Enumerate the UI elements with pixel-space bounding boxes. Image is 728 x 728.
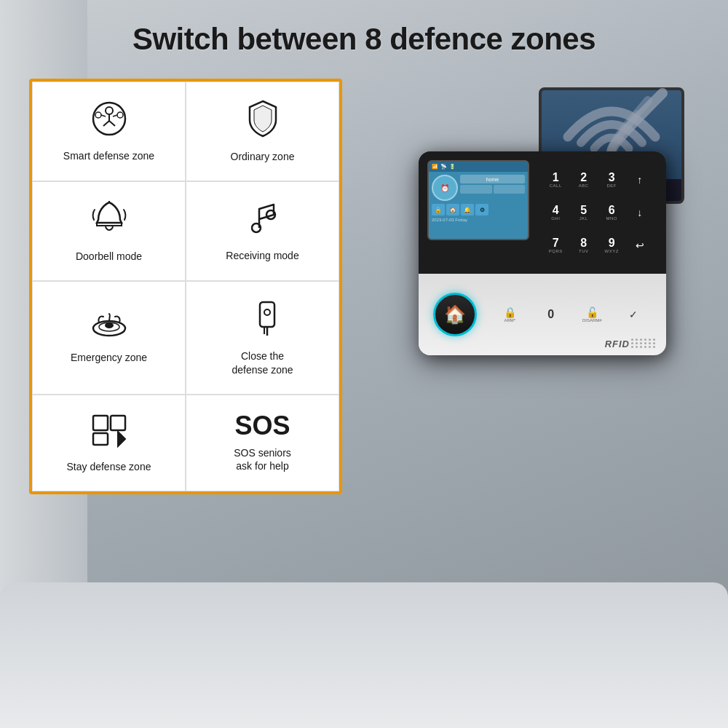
svg-rect-21 bbox=[93, 433, 108, 445]
device-keypad: 1 CALL 2 ABC 3 DEF bbox=[544, 160, 657, 265]
zone-label-close-defense: Close thedefense zone bbox=[232, 349, 293, 376]
key-icon bbox=[248, 299, 277, 342]
zone-label-smart-defense: Smart defense zone bbox=[63, 149, 154, 162]
key-2[interactable]: 2 ABC bbox=[572, 166, 596, 194]
svg-rect-20 bbox=[111, 416, 125, 430]
zone-item-smart-defense: Smart defense zone bbox=[32, 82, 186, 181]
home-button[interactable]: 🏠 bbox=[433, 293, 477, 336]
zone-grid: Smart defense zone Ordinary zone bbox=[32, 82, 339, 491]
lcd-status-bar: 📶📡🔋 bbox=[429, 162, 528, 172]
key-1[interactable]: 1 CALL bbox=[544, 166, 568, 194]
key-up[interactable]: ↑ bbox=[628, 166, 652, 194]
key-7[interactable]: 7 PQRS bbox=[544, 231, 568, 259]
music-note-icon bbox=[248, 200, 278, 242]
key-4[interactable]: 4 GHI bbox=[544, 199, 568, 227]
main-container: Switch between 8 defence zones bbox=[0, 0, 728, 728]
svg-point-1 bbox=[106, 107, 113, 114]
svg-line-3 bbox=[103, 121, 109, 126]
key-3[interactable]: 3 DEF bbox=[600, 166, 624, 194]
key-8[interactable]: 8 TUV bbox=[572, 231, 596, 259]
alarm-device: 📶📡🔋 ⏰ home bbox=[419, 151, 666, 355]
zone-label-receiving: Receiving mode bbox=[226, 249, 298, 262]
bell-icon bbox=[91, 199, 127, 242]
device-body: 📶📡🔋 ⏰ home bbox=[419, 151, 666, 355]
zone-item-close-defense: Close thedefense zone bbox=[186, 281, 339, 394]
svg-line-7 bbox=[101, 115, 106, 116]
key-6[interactable]: 6 MNO bbox=[600, 199, 624, 227]
page-title: Switch between 8 defence zones bbox=[132, 22, 596, 57]
rfid-label: RFID bbox=[605, 339, 630, 349]
speaker bbox=[631, 339, 656, 348]
zone-item-ordinary: Ordinary zone bbox=[186, 82, 339, 181]
key-arm[interactable]: 🔒 ARM* bbox=[491, 306, 529, 323]
device-top-section: 📶📡🔋 ⏰ home bbox=[419, 151, 666, 274]
wifi-signal bbox=[553, 79, 655, 159]
device-keypad-bottom: 🔒 ARM* 0 🔓 DISARM# ✓ bbox=[491, 306, 652, 323]
svg-line-4 bbox=[109, 121, 115, 126]
key-back[interactable]: ↩ bbox=[628, 231, 652, 259]
squares-icon bbox=[90, 413, 128, 453]
svg-point-14 bbox=[105, 323, 114, 328]
svg-rect-19 bbox=[93, 416, 108, 430]
shield-icon bbox=[245, 100, 280, 143]
key-disarm[interactable]: 🔓 DISARM# bbox=[574, 306, 611, 323]
zone-label-doorbell: Doorbell mode bbox=[76, 250, 142, 263]
key-down[interactable]: ↓ bbox=[628, 199, 652, 227]
zone-item-doorbell: Doorbell mode bbox=[32, 181, 186, 281]
zone-label-ordinary: Ordinary zone bbox=[231, 150, 295, 163]
svg-point-18 bbox=[264, 309, 270, 315]
key-9[interactable]: 9 WXYZ bbox=[600, 231, 624, 259]
zone-item-emergency: Emergency zone bbox=[32, 281, 186, 394]
lcd-screen: 📶📡🔋 ⏰ home bbox=[427, 160, 529, 240]
zone-label-stay-defense: Stay defense zone bbox=[67, 460, 151, 473]
zone-item-stay-defense: Stay defense zone bbox=[32, 395, 186, 491]
svg-line-8 bbox=[113, 115, 117, 116]
zone-item-receiving: Receiving mode bbox=[186, 181, 339, 281]
zone-label-sos: SOS seniorsask for help bbox=[234, 446, 291, 472]
zone-item-sos: SOS SOS seniorsask for help bbox=[186, 395, 339, 491]
smoke-detector-icon bbox=[90, 312, 128, 344]
key-0[interactable]: 0 bbox=[533, 306, 570, 323]
key-confirm[interactable]: ✓ bbox=[615, 306, 652, 323]
svg-point-6 bbox=[117, 112, 123, 118]
right-side: 📶📡🔋 ⏰ home bbox=[386, 93, 699, 355]
brain-icon bbox=[91, 100, 127, 142]
device-bottom-section: 🏠 🔒 ARM* 0 🔓 DISARM# bbox=[419, 274, 666, 355]
key-5[interactable]: 5 JKL bbox=[572, 199, 596, 227]
zone-label-emergency: Emergency zone bbox=[71, 351, 147, 364]
svg-point-5 bbox=[95, 112, 101, 118]
zone-grid-box: Smart defense zone Ordinary zone bbox=[29, 79, 342, 494]
content-row: Smart defense zone Ordinary zone bbox=[0, 79, 728, 494]
sos-icon: SOS bbox=[234, 413, 290, 439]
svg-marker-22 bbox=[118, 432, 125, 446]
